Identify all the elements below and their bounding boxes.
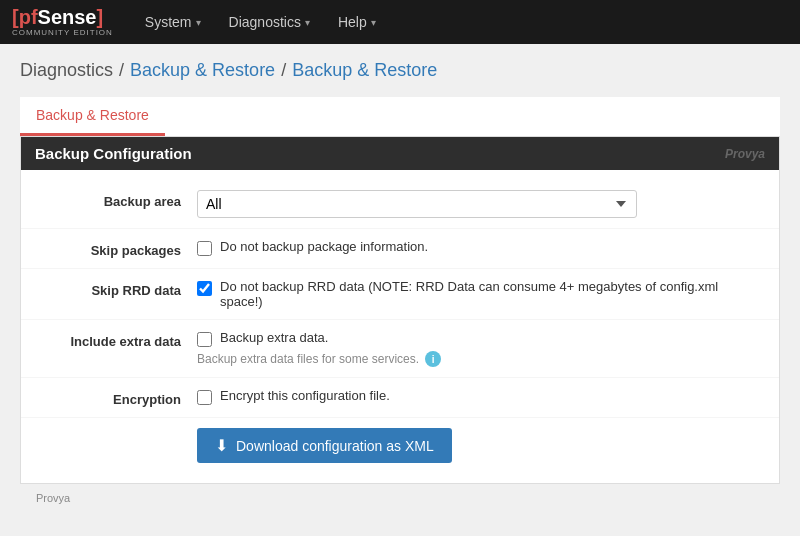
tab-backup-restore[interactable]: Backup & Restore	[20, 97, 165, 136]
skip-rrd-control-wrap: Do not backup RRD data (NOTE: RRD Data c…	[197, 279, 763, 309]
main-content: p Diagnostics / Backup & Restore / Backu…	[0, 44, 800, 536]
skip-rrd-label: Skip RRD data	[37, 279, 197, 298]
download-button[interactable]: ⬇ Download configuration as XML	[197, 428, 452, 463]
diagnostics-menu-label: Diagnostics	[229, 14, 301, 30]
help-menu-label: Help	[338, 14, 367, 30]
system-caret-icon: ▾	[196, 17, 201, 28]
breadcrumb: Diagnostics / Backup & Restore / Backup …	[20, 60, 780, 81]
form-row-skip-packages: Skip packages Do not backup package info…	[21, 229, 779, 269]
backup-area-select[interactable]: All	[197, 190, 637, 218]
include-extra-help-text: Backup extra data files for some service…	[197, 351, 763, 367]
brand-logo: [pfSense] COMMUNITY EDITION	[12, 7, 113, 37]
footer-watermark: Provya	[36, 492, 70, 504]
encryption-checkbox-label: Encrypt this configuration file.	[220, 388, 390, 403]
skip-packages-checkbox[interactable]	[197, 241, 212, 256]
community-edition-label: COMMUNITY EDITION	[12, 28, 113, 37]
encryption-label: Encryption	[37, 388, 197, 407]
include-extra-checkbox[interactable]	[197, 332, 212, 347]
encryption-control-wrap: Encrypt this configuration file.	[197, 388, 763, 405]
skip-rrd-checkbox-wrap: Do not backup RRD data (NOTE: RRD Data c…	[197, 279, 763, 309]
pfsense-logo: [pfSense]	[12, 7, 113, 27]
system-menu-item[interactable]: System ▾	[133, 6, 213, 38]
diagnostics-menu-item[interactable]: Diagnostics ▾	[217, 6, 322, 38]
form-row-download: ⬇ Download configuration as XML	[21, 418, 779, 473]
form-row-skip-rrd: Skip RRD data Do not backup RRD data (NO…	[21, 269, 779, 320]
form-row-include-extra: Include extra data Backup extra data. Ba…	[21, 320, 779, 378]
help-menu-item[interactable]: Help ▾	[326, 6, 388, 38]
breadcrumb-sep-1: /	[119, 60, 124, 81]
card-body: Backup area All Skip packages Do not bac…	[21, 170, 779, 483]
card-title: Backup Configuration	[35, 145, 192, 162]
tabs-container: Backup & Restore	[20, 97, 780, 137]
download-control-wrap: ⬇ Download configuration as XML	[197, 428, 763, 463]
include-extra-help-desc: Backup extra data files for some service…	[197, 352, 419, 366]
backup-area-label: Backup area	[37, 190, 197, 209]
system-menu-label: System	[145, 14, 192, 30]
backup-config-card: Backup Configuration Provya Backup area …	[20, 137, 780, 484]
help-caret-icon: ▾	[371, 17, 376, 28]
nav-menu: System ▾ Diagnostics ▾ Help ▾	[133, 6, 388, 38]
skip-packages-checkbox-wrap: Do not backup package information.	[197, 239, 763, 256]
navbar: [pfSense] COMMUNITY EDITION System ▾ Dia…	[0, 0, 800, 44]
breadcrumb-backup-restore-1[interactable]: Backup & Restore	[130, 60, 275, 81]
breadcrumb-backup-restore-2[interactable]: Backup & Restore	[292, 60, 437, 81]
card-header-watermark: Provya	[725, 147, 765, 161]
skip-rrd-checkbox[interactable]	[197, 281, 212, 296]
diagnostics-caret-icon: ▾	[305, 17, 310, 28]
include-extra-checkbox-label: Backup extra data.	[220, 330, 328, 345]
breadcrumb-sep-2: /	[281, 60, 286, 81]
encryption-checkbox-wrap: Encrypt this configuration file.	[197, 388, 763, 405]
skip-packages-control-wrap: Do not backup package information.	[197, 239, 763, 256]
card-header: Backup Configuration Provya	[21, 137, 779, 170]
skip-packages-checkbox-label: Do not backup package information.	[220, 239, 428, 254]
skip-packages-label: Skip packages	[37, 239, 197, 258]
include-extra-label: Include extra data	[37, 330, 197, 349]
include-extra-checkbox-wrap: Backup extra data.	[197, 330, 763, 347]
page-footer: Provya	[20, 484, 780, 512]
include-extra-info-icon[interactable]: i	[425, 351, 441, 367]
form-row-encryption: Encryption Encrypt this configuration fi…	[21, 378, 779, 418]
include-extra-control-wrap: Backup extra data. Backup extra data fil…	[197, 330, 763, 367]
download-label-spacer	[37, 428, 197, 432]
download-button-label: Download configuration as XML	[236, 438, 434, 454]
download-icon: ⬇	[215, 436, 228, 455]
breadcrumb-diagnostics: Diagnostics	[20, 60, 113, 81]
skip-rrd-checkbox-label: Do not backup RRD data (NOTE: RRD Data c…	[220, 279, 763, 309]
encryption-checkbox[interactable]	[197, 390, 212, 405]
form-row-backup-area: Backup area All	[21, 180, 779, 229]
backup-area-control-wrap: All	[197, 190, 763, 218]
